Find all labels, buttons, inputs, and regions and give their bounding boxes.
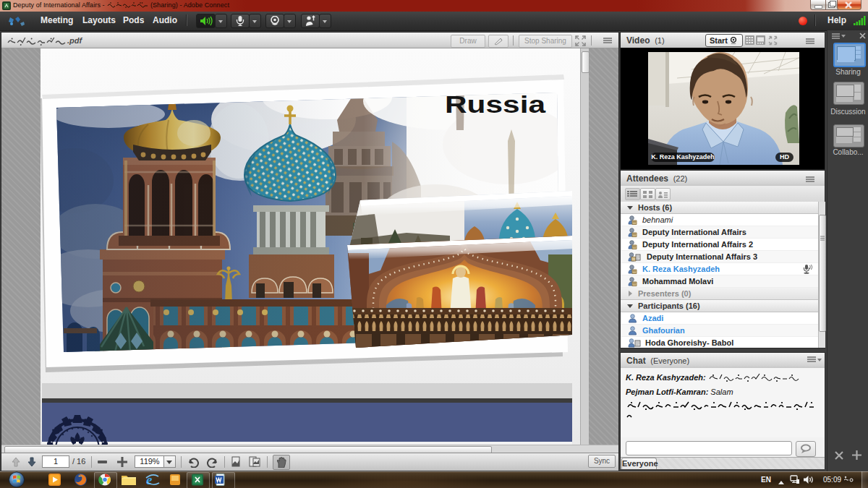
svg-text:.pdf: .pdf (67, 36, 82, 45)
svg-text:Russia: Russia (445, 91, 546, 118)
